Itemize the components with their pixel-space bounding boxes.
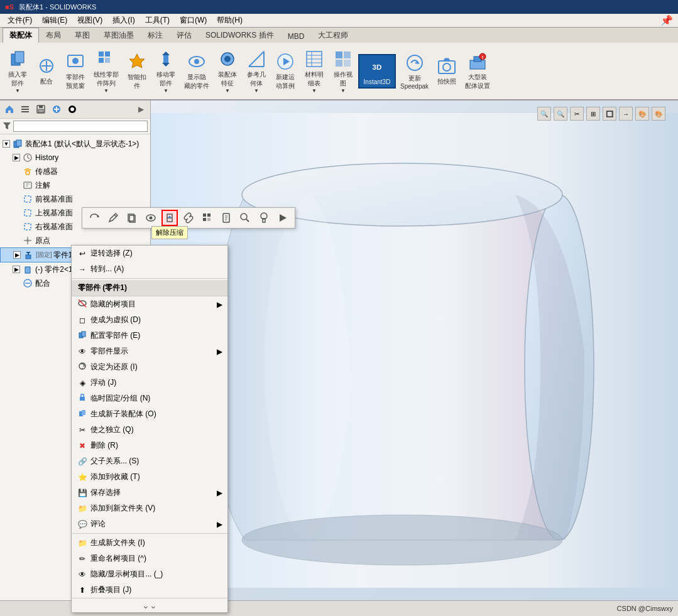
ctx-item-comment[interactable]: 💬 评论 ▶ [72,516,227,532]
menu-window[interactable]: 窗口(W) [175,14,212,27]
ctx-item-config-part[interactable]: 配置零部件 (E) [72,328,227,343]
menu-tools[interactable]: 工具(T) [140,14,175,27]
svg-rect-73 [25,267,30,273]
filter-input[interactable] [13,121,148,132]
root-expand[interactable]: ▼ [3,140,10,148]
menu-help[interactable]: 帮助(H) [212,14,248,27]
mini-btn-copy[interactable] [124,210,140,226]
panel-btn-color[interactable] [65,102,79,116]
mini-btn-hide[interactable] [143,210,159,226]
tab-senior-engineer[interactable]: 大工程师 [311,28,355,43]
panel-btn-expand[interactable]: ▶ [134,102,148,116]
tab-mbd[interactable]: MBD [281,30,312,43]
tab-markup[interactable]: 标注 [141,28,170,43]
svg-rect-31 [336,60,342,67]
btn-instant3d[interactable]: 3D Instant3D [358,54,396,89]
panel-btn-save[interactable] [34,102,48,116]
btn-move-component[interactable]: 移动零部件 ▼ [152,46,180,96]
tree-annotations[interactable]: 注解 [0,178,150,192]
ctx-item-save-selection[interactable]: 💾 保存选择 ▶ [72,485,227,500]
btn-speedpak[interactable]: 更新Speedpak [397,50,432,92]
btn-insert-part[interactable]: 插入零部件 ▼ [4,46,31,96]
canvas[interactable]: 🔍 🔍 ✂ ⊞ 🔲 → 🎨 🎨 [151,100,678,600]
btn-new-motion[interactable]: 新建运动算例 [271,49,299,93]
pin-icon[interactable]: 📌 [660,14,673,26]
mini-btn-link[interactable] [180,210,197,226]
view-btn-2[interactable]: 🔍 [554,107,567,121]
view-btn-1[interactable]: 🔍 [537,107,551,121]
tree-history[interactable]: ▶ History [0,151,150,165]
ctx-item-collapse[interactable]: ⬆ 折叠项目 (J) [72,582,227,598]
btn-reference-geometry[interactable]: 参考几何体 ▼ [243,46,270,96]
ctx-item-part-display[interactable]: 👁 零部件显示 ▶ [72,343,227,359]
btn-assembly-feature[interactable]: 装配体特征 ▼ [214,46,241,96]
panel-toolbar: ▶ [0,100,150,119]
ctx-item-temp-fix[interactable]: 临时固定/分组 (N) [72,391,227,406]
tab-evaluate[interactable]: 评估 [170,28,199,43]
panel-btn-home[interactable] [3,102,16,116]
ctx-item-make-independent[interactable]: ✂ 使之独立 (Q) [72,422,227,438]
tab-sketch-ink[interactable]: 草图油墨 [97,28,141,43]
ctx-item-float[interactable]: ◈ 浮动 (J) [72,375,227,391]
ctx-item-hide-show-tree[interactable]: 👁 隐藏/显示树项目... (_) [72,566,227,582]
part2-expand[interactable]: ▶ [13,266,20,273]
svg-rect-61 [24,182,31,188]
tab-layout[interactable]: 布局 [39,28,68,43]
mini-btn-rotate[interactable] [86,210,102,226]
ctx-item-add-new-folder[interactable]: 📁 添加到新文件夹 (V) [72,500,227,516]
menu-file[interactable]: 文件(F) [3,14,37,27]
part1-expand[interactable]: ▶ [13,251,21,259]
mini-btn-paint[interactable] [256,210,272,226]
menu-edit[interactable]: 编辑(E) [37,14,72,27]
ctx-item-new-subassembly[interactable]: 生成新子装配体 (O) [72,406,227,422]
view-btn-6[interactable]: → [619,107,633,121]
ctx-item-delete[interactable]: ✖ 删除 (R) [72,438,227,453]
panel-btn-plus[interactable] [50,102,63,116]
ctx-item-make-virtual[interactable]: ◻ 使成为虚拟 (D) [72,312,227,328]
btn-view-ops[interactable]: 操作视图 ▼ [329,46,357,96]
menu-insert[interactable]: 插入(I) [107,14,139,27]
btn-show-hidden[interactable]: 显示隐藏的零件 [181,49,212,93]
svg-rect-32 [344,60,351,67]
btn-bom[interactable]: 材料明细表 ▼ [300,46,328,96]
btn-preview[interactable]: 零部件预览窗 [62,49,89,93]
mini-btn-edit[interactable] [105,210,121,226]
tree-front-plane[interactable]: 前视基准面 [0,192,150,206]
ctx-item-add-favorite[interactable]: ⭐ 添加到收藏 (T) [72,469,227,485]
view-btn-4[interactable]: ⊞ [586,107,600,121]
menu-view[interactable]: 视图(V) [72,14,107,27]
ctx-item-reverse-select[interactable]: ↩ 逆转选择 (Z) [72,246,227,261]
btn-mate[interactable]: 配合 [33,53,60,89]
ctx-item-rename[interactable]: ✏ 重命名树项目 (^) [72,551,227,566]
ctx-item-new-folder[interactable]: 📁 生成新文件夹 (I) [72,535,227,551]
view-btn-3[interactable]: ✂ [570,107,584,121]
tree-sensors[interactable]: 传感器 [0,165,150,178]
svg-rect-56 [16,140,21,146]
ctx-item-hidden-tree[interactable]: 隐藏的树项目 ▶ [72,296,227,312]
tab-solidworks-plugins[interactable]: SOLIDWORKS 插件 [199,28,281,43]
insert-part-label: 插入零部件 [8,70,27,88]
svg-point-53 [70,107,74,111]
ctx-item-parent-child[interactable]: 🔗 父子关系... (S) [72,453,227,469]
ctx-item-goto[interactable]: → 转到... (A) [72,261,227,277]
ctx-item-set-resolved[interactable]: 设定为还原 (I) [72,359,227,375]
tab-assembly[interactable]: 装配体 [3,28,39,43]
mini-btn-array2[interactable] [199,210,216,226]
speedpak-icon [405,53,425,73]
ctx-bottom-expand[interactable]: ⌄⌄ [72,598,227,612]
mini-btn-uncompress[interactable]: 解除压缩 [161,210,178,226]
mini-btn-search2[interactable] [237,210,253,226]
mini-btn-play[interactable] [275,210,291,226]
btn-smart-fastener[interactable]: 智能扣件 [123,49,151,93]
panel-btn-list[interactable] [18,102,32,116]
mini-btn-doc[interactable] [218,210,234,226]
tree-root[interactable]: ▼ 装配体1 (默认<默认_显示状态-1>) [0,137,150,151]
view-btn-7[interactable]: 🎨 [635,107,649,121]
btn-array[interactable]: 线性零部件阵列 ▼ [90,46,122,96]
tab-sketch[interactable]: 草图 [68,28,97,43]
view-btn-8[interactable]: 🎨 [652,107,665,121]
btn-large-assembly[interactable]: ! 大型装配体设置 [462,49,493,93]
history-expand[interactable]: ▶ [13,154,20,161]
btn-snapshot[interactable]: 拍快照 [433,53,461,89]
view-btn-5[interactable]: 🔲 [603,107,616,121]
